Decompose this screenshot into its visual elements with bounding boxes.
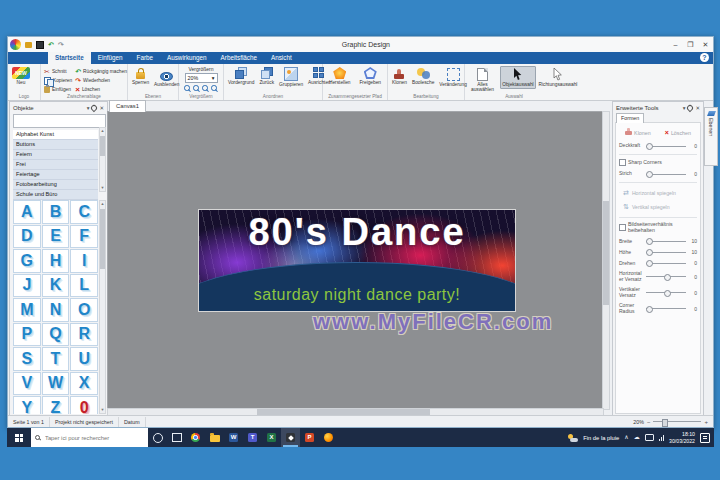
close-button[interactable]: ✕ (698, 41, 713, 49)
letter-cell[interactable]: L (70, 274, 98, 298)
letter-cell[interactable]: U (70, 347, 98, 371)
category-feiertage[interactable]: Feiertage (13, 170, 98, 180)
slider-handle[interactable] (646, 143, 653, 150)
copy-button[interactable]: Kopieren (44, 77, 72, 84)
zoom-dropdown[interactable]: 20% ▾ (185, 73, 218, 83)
letter-cell[interactable]: A (13, 200, 41, 224)
hide-button[interactable]: Ausblenden (153, 66, 180, 88)
undo-button[interactable]: ↶ Rückgängig machen (75, 68, 127, 75)
tab-arbeitsflaeche[interactable]: Arbeitsfläche (214, 52, 264, 64)
slider-track[interactable] (646, 252, 686, 253)
help-button[interactable]: ? (700, 53, 709, 62)
scroll-up-icon[interactable]: ▲ (100, 129, 105, 133)
panel-close-icon[interactable]: ✕ (695, 105, 700, 111)
aspect-ratio-checkbox[interactable] (619, 224, 626, 231)
panel-close-icon[interactable]: ✕ (99, 105, 104, 111)
maximize-button[interactable]: ❐ (683, 41, 698, 49)
category-fotobearbeitung[interactable]: Fotobearbeitung (13, 180, 98, 190)
letter-cell[interactable]: B (42, 200, 70, 224)
letter-cell[interactable]: E (42, 225, 70, 249)
powerpoint-button[interactable]: P (300, 428, 319, 447)
slider-track[interactable] (646, 292, 686, 293)
zoom-out-button[interactable]: − (647, 419, 651, 425)
file-explorer-button[interactable] (205, 428, 224, 447)
category-feiern[interactable]: Feiern (13, 150, 98, 160)
panel-collapse-icon[interactable]: ▾ (683, 105, 686, 111)
letters-scrollbar[interactable]: ▲ ▼ (99, 200, 106, 414)
tab-formen[interactable]: Formen (616, 113, 644, 123)
letter-cell[interactable]: F (70, 225, 98, 249)
lock-button[interactable]: Sperren (131, 66, 150, 86)
letter-cell[interactable]: T (42, 347, 70, 371)
slider-handle[interactable] (664, 290, 671, 297)
layers-flyout-tab[interactable]: Ebenen (704, 107, 718, 166)
slider-handle[interactable] (646, 171, 653, 178)
slider-track[interactable] (646, 263, 686, 264)
zoom-in-icon[interactable] (184, 85, 191, 92)
letter-cell[interactable]: V (13, 372, 41, 396)
cut-button[interactable]: ✂ Schnitt (44, 68, 72, 75)
direction-select-button[interactable]: Richtungsauswahl (539, 66, 577, 89)
letter-cell[interactable]: H (42, 249, 70, 273)
path-make-button[interactable]: Herstellen (328, 66, 352, 86)
letter-cell[interactable]: Q (42, 323, 70, 347)
letter-cell[interactable]: S (13, 347, 41, 371)
search-input[interactable] (43, 434, 144, 442)
letter-cell[interactable]: R (70, 323, 98, 347)
chrome-button[interactable] (186, 428, 205, 447)
delete-button[interactable]: × Löschen (75, 86, 127, 93)
slider-track[interactable] (646, 241, 686, 242)
tab-startseite[interactable]: Startseite (48, 52, 91, 64)
zoom-selection-icon[interactable] (211, 85, 218, 92)
slider-handle[interactable] (664, 274, 671, 281)
scroll-up-icon[interactable]: ▲ (100, 202, 105, 206)
network-icon[interactable] (659, 435, 664, 441)
boolean-button[interactable]: Boolesche (411, 66, 435, 86)
group-button[interactable]: Gruppieren (278, 66, 304, 88)
path-release-button[interactable]: Freigeben (358, 66, 382, 86)
letter-cell[interactable]: Z (42, 396, 70, 414)
mirror-vertical-button[interactable]: ⇅ Vertikal spiegeln (623, 203, 697, 211)
new-logo-button[interactable]: NEW Neu (11, 66, 31, 86)
letter-cell[interactable]: N (42, 298, 70, 322)
category-schule-und-buero[interactable]: Schule und Büro (13, 190, 98, 200)
letter-cell[interactable]: J (13, 274, 41, 298)
pin-icon[interactable] (90, 103, 98, 111)
letter-cell[interactable]: G (13, 249, 41, 273)
cortana-button[interactable] (148, 428, 167, 447)
object-select-button[interactable]: Objektauswahl (500, 66, 536, 89)
slider-track[interactable] (646, 174, 686, 175)
tab-farbe[interactable]: Farbe (130, 52, 160, 64)
letter-cell[interactable]: M (13, 298, 41, 322)
paste-button[interactable]: Einfügen (44, 86, 72, 93)
pin-icon[interactable] (686, 103, 694, 111)
slider-handle[interactable] (646, 249, 653, 256)
panel-collapse-icon[interactable]: ▾ (87, 105, 90, 111)
mirror-horizontal-button[interactable]: ⇄ Horizontal spiegeln (623, 189, 697, 197)
action-center-icon[interactable] (700, 433, 710, 443)
select-all-button[interactable]: Alles auswählen (468, 66, 497, 94)
send-back-button[interactable]: Zurück (258, 66, 275, 86)
tab-einfuegen[interactable]: Einfügen (91, 52, 130, 64)
teams-button[interactable]: T (243, 428, 262, 447)
canvas-area[interactable]: 80's Dance saturday night dance party! w… (107, 111, 604, 410)
zoom-out-icon[interactable] (193, 85, 200, 92)
letter-cell[interactable]: X (70, 372, 98, 396)
undo-icon[interactable]: ↶ (48, 40, 54, 49)
slider-handle[interactable] (646, 306, 653, 313)
letter-cell[interactable]: 0 (70, 396, 98, 414)
minimize-button[interactable]: – (668, 41, 683, 48)
slider-handle[interactable] (646, 260, 653, 267)
onedrive-cloud-icon[interactable]: ☁ (634, 434, 640, 441)
save-icon[interactable] (36, 41, 44, 49)
letter-cell[interactable]: P (13, 323, 41, 347)
slider-track[interactable] (646, 308, 686, 309)
tab-auswirkungen[interactable]: Auswirkungen (160, 52, 214, 64)
keyboard-icon[interactable] (645, 434, 654, 441)
word-button[interactable]: W (224, 428, 243, 447)
category-frei[interactable]: Frei (13, 160, 98, 170)
letter-cell[interactable]: O (70, 298, 98, 322)
letter-cell[interactable]: D (13, 225, 41, 249)
task-view-button[interactable] (167, 428, 186, 447)
tray-chevron-icon[interactable]: ∧ (624, 434, 628, 441)
